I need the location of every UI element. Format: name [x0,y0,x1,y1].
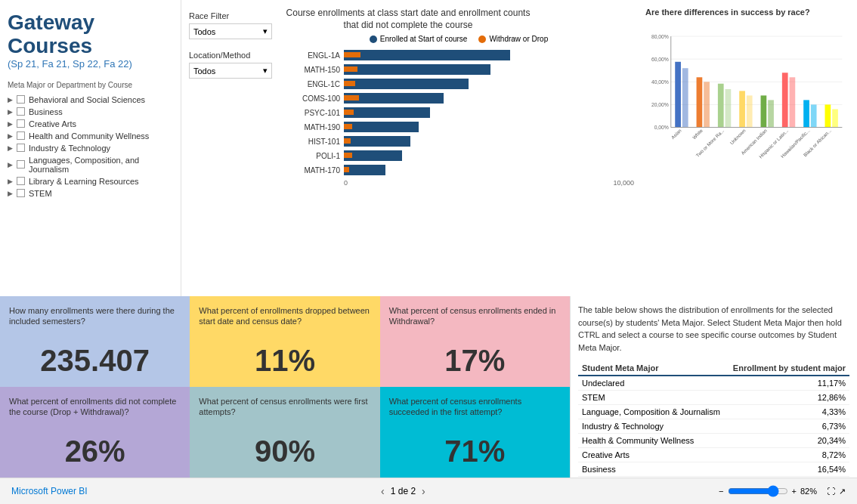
stat-value: 17% [389,344,561,378]
table-row[interactable]: Language, Composition & Journalism4,33% [578,405,849,419]
stats-row: How many enrollments were there during t… [0,296,857,478]
sidebar-item-label: STEM [29,189,52,198]
bar-label: PSYC-101 [283,109,340,117]
bottom-bar: Microsoft Power BI ‹ 1 de 2 › − + 82% ⛶ … [0,478,857,504]
table-row[interactable]: Undeclared11,17% [578,376,849,391]
withdraw-dot [478,36,486,43]
location-filter-select[interactable]: Todos ▾ [189,63,272,79]
location-filter-value: Todos [193,66,215,76]
sidebar-item[interactable]: ▶Languages, Composition, and Journalism [8,154,173,175]
drop-bar [344,81,355,86]
sidebar-item[interactable]: ▶Health and Community Wellness [8,130,173,142]
pct-cell: 8,72% [727,448,849,462]
stat-box-row1-1: What percent of enrollments dropped betw… [190,296,379,387]
sidebar-arrow: ▶ [8,178,13,185]
svg-rect-26 [790,77,796,127]
sidebar: Gateway Courses (Sp 21, Fa 21, Sp 22, Fa… [0,0,181,296]
powerbi-link[interactable]: Microsoft Power BI [11,486,88,496]
bar-label: COMS-100 [283,94,340,103]
sidebar-checkbox[interactable] [17,119,25,128]
race-filter-select[interactable]: Todos ▾ [189,23,272,39]
sidebar-item-label: Business [29,107,63,116]
sidebar-item[interactable]: ▶STEM [8,187,173,199]
sidebar-arrow: ▶ [8,108,13,116]
zoom-minus[interactable]: − [719,487,723,496]
expand-icon[interactable]: ⛶ [827,487,835,496]
table-row[interactable]: Health & Community Wellness20,34% [578,434,849,448]
table-row[interactable]: Business16,54% [578,462,849,477]
table-row[interactable]: STEM12,86% [578,391,849,405]
content-area: Gateway Courses (Sp 21, Fa 21, Sp 22, Fa… [0,0,857,296]
sidebar-item[interactable]: ▶Creative Arts [8,118,173,130]
enrolled-bar [344,79,469,89]
major-cell: Industry & Technology [578,419,727,434]
bar-row: COMS-100 [283,92,634,104]
table-description: The table below shows the distribution o… [578,304,849,354]
x-axis: 0 10,000 [283,179,634,187]
svg-rect-19 [739,91,745,127]
stat-question: What percent of enrollments dropped betw… [199,305,370,327]
svg-rect-10 [675,62,681,128]
stat-box-row2-1: What percent of census enrollments were … [190,387,379,478]
svg-rect-25 [782,73,788,127]
table-row[interactable]: Industry & Technology6,73% [578,419,849,434]
pct-cell: 4,33% [727,405,849,419]
enrolled-bar [344,122,419,132]
sidebar-title: Gateway Courses [8,11,173,58]
x-end: 10,000 [613,179,634,187]
sidebar-checkbox[interactable] [17,160,25,169]
sidebar-checkbox[interactable] [17,131,25,140]
enrolled-dot [370,36,377,43]
pct-cell: 11,17% [727,376,849,391]
sidebar-item[interactable]: ▶Business [8,106,173,118]
sidebar-checkbox[interactable] [17,189,25,197]
svg-text:60,00%: 60,00% [651,57,669,62]
svg-rect-29 [811,104,817,127]
stat-value: 71% [389,434,561,468]
zoom-value: 82% [800,487,817,496]
stat-question: What percent of census enrollments succe… [389,396,561,418]
data-table: Student Meta Major Enrollment by student… [578,361,849,491]
drop-bar [344,95,359,100]
enrolled-bar [344,107,430,118]
col2-header: Enrollment by student major [727,361,849,376]
sidebar-item-label: Industry & Technology [29,144,110,153]
bar-row: POLI-1 [283,150,634,162]
bar-label: MATH-150 [283,66,340,74]
next-page-button[interactable]: › [422,485,425,497]
table-row[interactable]: Creative Arts8,72% [578,448,849,462]
bar-label: MATH-170 [283,166,340,175]
location-filter-arrow: ▾ [263,66,268,76]
enrollment-chart-area: Course enrollments at class start date a… [280,0,638,296]
table-body: Undeclared11,17%STEM12,86%Language, Comp… [578,376,849,491]
stat-box-row1-0: How many enrollments were there during t… [0,296,190,387]
sidebar-checkbox[interactable] [17,95,25,104]
bar-row: ENGL-1A [283,49,634,61]
share-icon[interactable]: ↗ [839,487,846,496]
bar-chart: ENGL-1A MATH-150 ENGL-1C COMS-100 PSYC-1… [283,49,634,176]
sidebar-item[interactable]: ▶Industry & Technology [8,142,173,154]
drop-bar [344,110,354,115]
sidebar-checkbox[interactable] [17,107,25,116]
bar-row: PSYC-101 [283,107,634,119]
sidebar-item[interactable]: ▶Behavioral and Social Sciences [8,94,173,106]
pagination: ‹ 1 de 2 › [381,485,425,497]
stat-value: 235.407 [9,344,181,378]
bar-label: POLI-1 [283,152,340,160]
bar-container [344,49,634,61]
sidebar-checkbox[interactable] [17,177,25,185]
pct-cell: 16,54% [727,462,849,477]
sidebar-item[interactable]: ▶Library & Learning Resources [8,175,173,187]
sidebar-checkbox[interactable] [17,144,25,152]
bar-row: HIST-101 [283,135,634,147]
enrolled-bar [344,150,402,161]
zoom-slider[interactable] [728,485,788,497]
drop-bar [344,52,360,57]
svg-rect-16 [718,84,724,128]
prev-page-button[interactable]: ‹ [381,485,385,497]
filter-area: Race Filter Todos ▾ Location/Method Todo… [181,0,280,296]
zoom-plus[interactable]: + [792,487,797,496]
bar-label: ENGL-1A [283,51,340,60]
stat-box-row1-2: What percent of census enrollments ended… [380,296,570,387]
bar-container [344,63,634,76]
